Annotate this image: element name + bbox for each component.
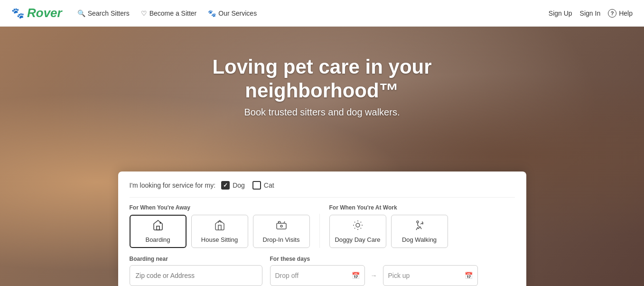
away-group-label: For When You're Away (130, 204, 310, 211)
boarding-icon (152, 219, 164, 233)
check-icon: ✓ (223, 182, 228, 189)
dog-walking-button[interactable]: Dog Walking (391, 215, 448, 248)
dog-walking-icon (414, 219, 425, 233)
sign-in-link[interactable]: Sign In (580, 10, 601, 17)
services-section: For When You're Away Boarding (130, 198, 515, 248)
search-card: I'm looking for service for my: ✓ Dog Ca… (118, 172, 526, 286)
logo[interactable]: 🐾 Rover (11, 6, 62, 20)
cat-option[interactable]: Cat (252, 181, 274, 190)
away-service-buttons: Boarding House Sitting (130, 215, 310, 248)
dropoff-placeholder: Drop off (275, 272, 299, 279)
services-divider (319, 214, 320, 248)
logo-paw-icon: 🐾 (11, 7, 24, 19)
work-service-buttons: Doggy Day Care Dog Walking (329, 215, 448, 248)
calendar-icon-2: 📅 (465, 272, 473, 279)
nav-right: Sign Up Sign In ? Help (549, 9, 633, 18)
nav-become-sitter[interactable]: ♡ Become a Sitter (141, 10, 197, 17)
dropoff-input[interactable]: Drop off 📅 (270, 265, 365, 286)
pet-type-row: I'm looking for service for my: ✓ Dog Ca… (130, 181, 515, 198)
doggy-day-care-icon (352, 219, 364, 233)
hero-title: Loving pet care in your neighborhood™ (180, 55, 465, 103)
dog-checkbox[interactable]: ✓ (221, 181, 230, 190)
svg-point-4 (356, 223, 360, 227)
location-field: Boarding near (130, 256, 262, 286)
services-row: For When You're Away Boarding (130, 204, 515, 248)
pet-checkbox-group: ✓ Dog Cat (221, 181, 274, 190)
drop-in-icon (276, 219, 287, 233)
house-sitting-button[interactable]: House Sitting (191, 215, 248, 248)
heart-icon: ♡ (141, 10, 147, 17)
date-inputs: Drop off 📅 → Pick up 📅 (270, 265, 478, 286)
paw-icon: 🐾 (208, 10, 216, 17)
cat-checkbox[interactable] (252, 181, 261, 190)
work-group-label: For When You're At Work (329, 204, 448, 211)
location-label: Boarding near (130, 256, 262, 262)
away-group: For When You're Away Boarding (130, 204, 310, 248)
logo-text: Rover (27, 6, 62, 20)
hero-content: Loving pet care in your neighborhood™ Bo… (0, 27, 644, 118)
sign-up-link[interactable]: Sign Up (549, 10, 572, 17)
dates-field: For these days Drop off 📅 → Pick up 📅 (270, 256, 478, 286)
house-sitting-icon (214, 219, 225, 233)
svg-point-5 (417, 221, 419, 223)
location-input[interactable] (130, 265, 262, 286)
doggy-day-care-button[interactable]: Doggy Day Care (329, 215, 386, 248)
pickup-input[interactable]: Pick up 📅 (383, 265, 478, 286)
nav-search-sitters[interactable]: 🔍 Search Sitters (77, 10, 130, 17)
booking-row: Boarding near For these days Drop off 📅 … (130, 248, 515, 286)
drop-in-visits-button[interactable]: Drop-In Visits (253, 215, 310, 248)
dog-option[interactable]: ✓ Dog (221, 181, 245, 190)
svg-point-1 (160, 222, 161, 223)
hero: Loving pet care in your neighborhood™ Bo… (0, 0, 644, 286)
calendar-icon: 📅 (352, 272, 360, 279)
svg-point-3 (280, 225, 282, 227)
hero-subtitle: Book trusted sitters and dog walkers. (244, 107, 400, 118)
search-icon: 🔍 (77, 10, 85, 17)
boarding-button[interactable]: Boarding (130, 215, 187, 248)
dates-label: For these days (270, 256, 478, 262)
nav-links: 🔍 Search Sitters ♡ Become a Sitter 🐾 Our… (77, 10, 549, 17)
work-group: For When You're At Work Doggy Day Care (329, 204, 448, 248)
svg-rect-2 (277, 223, 286, 229)
help-icon: ? (608, 9, 616, 18)
pickup-placeholder: Pick up (388, 272, 410, 279)
nav-our-services[interactable]: 🐾 Our Services (208, 10, 257, 17)
date-arrow-icon: → (369, 272, 379, 279)
help-link[interactable]: ? Help (608, 9, 633, 18)
svg-rect-0 (157, 226, 159, 230)
pet-type-label: I'm looking for service for my: (130, 181, 216, 189)
navbar: 🐾 Rover 🔍 Search Sitters ♡ Become a Sitt… (0, 0, 644, 27)
